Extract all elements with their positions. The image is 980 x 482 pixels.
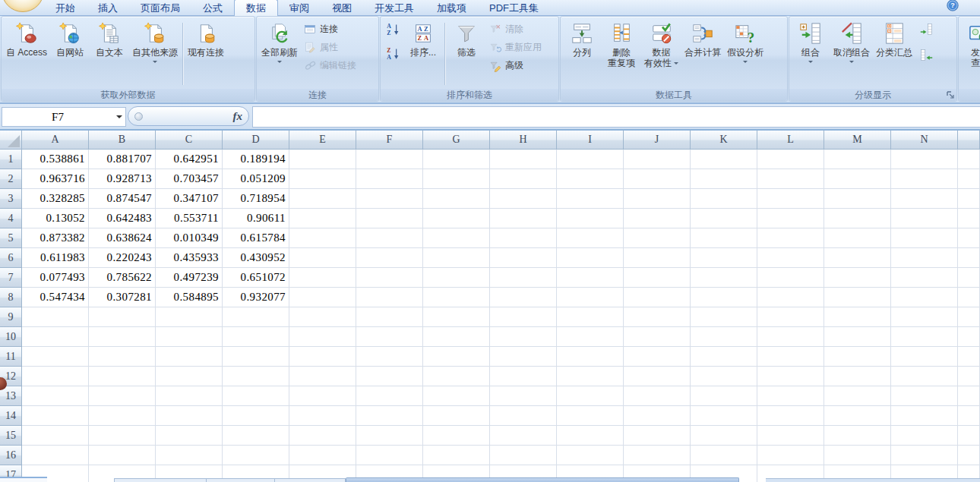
cell-B8[interactable]: 0.307281 [89,288,156,307]
cell-A5[interactable]: 0.873382 [22,228,89,248]
cell-O16[interactable] [958,446,980,465]
cell-C4[interactable]: 0.553711 [156,209,223,228]
cell-L1[interactable] [757,150,824,169]
cell-H14[interactable] [490,406,557,426]
cell-C2[interactable]: 0.703457 [156,169,223,189]
clear-filter-button[interactable]: 清除 [487,20,544,38]
row-header-3[interactable]: 3 [0,189,22,209]
cell-I7[interactable] [557,268,624,288]
formula-input[interactable] [252,106,980,128]
cell-N4[interactable] [891,209,958,228]
cell-I10[interactable] [557,327,624,347]
cell-G3[interactable] [423,189,490,209]
cell-H1[interactable] [490,150,557,169]
cell-I9[interactable] [557,307,624,327]
cell-F7[interactable] [356,268,423,288]
cell-J4[interactable] [624,209,691,228]
cell-D10[interactable] [223,327,289,347]
row-header-5[interactable]: 5 [0,228,22,248]
cell-M13[interactable] [824,386,891,406]
cell-J14[interactable] [624,406,691,426]
tab-add-ins[interactable]: 加载项 [425,0,478,15]
cell-N6[interactable] [891,248,958,268]
cell-C6[interactable]: 0.435933 [156,248,223,268]
ungroup-button[interactable]: 取消组合 [830,18,873,65]
cell-M3[interactable] [824,189,891,209]
cell-O2[interactable] [958,169,980,189]
cell-A7[interactable]: 0.077493 [22,268,89,288]
cell-B3[interactable]: 0.874547 [89,189,156,209]
cell-A6[interactable]: 0.611983 [22,248,89,268]
cell-O6[interactable] [958,248,980,268]
tab-formulas[interactable]: 公式 [191,0,234,15]
row-header-15[interactable]: 15 [0,426,22,446]
refresh-all-button[interactable]: 全部刷新 [258,18,301,65]
cell-M2[interactable] [824,169,891,189]
cell-G15[interactable] [423,426,490,446]
cell-H11[interactable] [490,347,557,367]
cell-K13[interactable] [691,386,757,406]
cell-G7[interactable] [423,268,490,288]
col-header-C[interactable]: C [156,131,223,150]
cell-E9[interactable] [289,307,356,327]
cell-N9[interactable] [891,307,958,327]
cell-J6[interactable] [624,248,691,268]
from-access-button[interactable]: 自 Access [3,18,50,58]
cell-L13[interactable] [757,386,824,406]
col-header-N[interactable]: N [891,131,958,150]
cell-O12[interactable] [958,367,980,386]
row-header-4[interactable]: 4 [0,209,22,228]
cell-C9[interactable] [156,307,223,327]
cell-L10[interactable] [757,327,824,347]
col-header-M[interactable]: M [824,131,891,150]
cell-A12[interactable] [22,367,89,386]
cell-M14[interactable] [824,406,891,426]
cell-O14[interactable] [958,406,980,426]
tab-insert[interactable]: 插入 [87,0,129,15]
cell-K11[interactable] [691,347,757,367]
cell-F11[interactable] [356,347,423,367]
cell-M16[interactable] [824,446,891,465]
cell-J8[interactable] [624,288,691,307]
cell-J15[interactable] [624,426,691,446]
cell-O4[interactable] [958,209,980,228]
cell-F12[interactable] [356,367,423,386]
cell-B13[interactable] [89,386,156,406]
cell-I2[interactable] [557,169,624,189]
cell-F10[interactable] [356,327,423,347]
cell-E6[interactable] [289,248,356,268]
cell-O5[interactable] [958,228,980,248]
select-all-corner[interactable] [0,131,22,150]
cell-J10[interactable] [624,327,691,347]
cell-N3[interactable] [891,189,958,209]
cell-B16[interactable] [89,446,156,465]
cell-A3[interactable]: 0.328285 [22,189,89,209]
existing-connections-button[interactable]: 现有连接 [185,18,227,58]
show-detail-button[interactable] [916,20,936,38]
cell-E12[interactable] [289,367,356,386]
cell-N13[interactable] [891,386,958,406]
cell-D13[interactable] [223,386,289,406]
cell-C1[interactable]: 0.642951 [156,150,223,169]
cell-C11[interactable] [156,347,223,367]
row-header-16[interactable]: 16 [0,446,22,465]
cell-E3[interactable] [289,189,356,209]
cell-H15[interactable] [490,426,557,446]
cell-G6[interactable] [423,248,490,268]
row-header-8[interactable]: 8 [0,288,22,307]
cell-A8[interactable]: 0.547434 [22,288,89,307]
row-header-9[interactable]: 9 [0,307,22,327]
advanced-filter-button[interactable]: 高级 [487,56,544,74]
cell-A4[interactable]: 0.13052 [22,209,89,228]
sort-dialog-button[interactable]: AZZA排序... [403,18,443,58]
cell-K8[interactable] [691,288,757,307]
cell-F8[interactable] [356,288,423,307]
col-header-G[interactable]: G [423,131,490,150]
cell-K14[interactable] [691,406,757,426]
cell-C14[interactable] [156,406,223,426]
tab-view[interactable]: 视图 [321,0,363,15]
cell-E2[interactable] [289,169,356,189]
cell-A15[interactable] [22,426,89,446]
help-icon[interactable]: ? [946,0,959,12]
cell-B6[interactable]: 0.220243 [89,248,156,268]
